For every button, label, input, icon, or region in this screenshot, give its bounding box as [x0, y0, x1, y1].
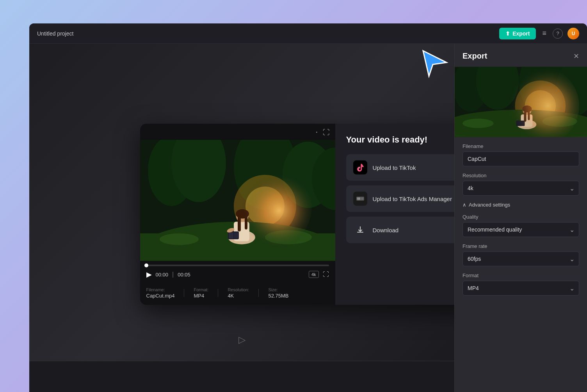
upload-tiktok-button[interactable]: Upload to TikTok ›: [346, 154, 455, 181]
video-actions-panel: Your video is ready! Upload to TikTok ›: [335, 124, 455, 305]
quality-field-label: Quality: [462, 214, 579, 220]
top-bar-actions: ⬆ Export ≡ ? U: [499, 28, 579, 39]
quality-select[interactable]: Recommended quality: [462, 222, 579, 237]
thumbnail-svg: [455, 67, 587, 137]
meta-divider-2: [218, 289, 218, 297]
tiktok-ads-icon: [353, 192, 367, 206]
framerate-field-group: Frame rate 60fps: [462, 243, 579, 266]
video-metadata: Filename: CapCut.mp4 Format: MP4 Resolut…: [140, 283, 335, 305]
meta-filename: Filename: CapCut.mp4: [146, 287, 175, 299]
meta-divider-3: [258, 289, 259, 297]
video-player-panel: ⬝ ⛶: [140, 124, 335, 305]
format-field-label: Format: [462, 273, 579, 278]
menu-button[interactable]: ≡: [541, 28, 548, 39]
advanced-settings-label: Advanced settings: [469, 202, 510, 208]
svg-point-23: [218, 159, 312, 253]
export-button[interactable]: ⬆ Export: [499, 28, 536, 39]
video-ready-dialog: ⬝ ⛶: [140, 124, 455, 305]
format-field-group: Format MP4: [462, 273, 579, 296]
project-title: Untitled project: [37, 30, 73, 37]
timeline-strip: [29, 361, 454, 392]
export-upload-icon: ⬆: [505, 30, 510, 37]
video-controls: ▶ 00:00 | 00:05 4k ⛶: [140, 261, 335, 283]
top-bar: Untitled project ⬆ Export ≡ ? U: [29, 23, 587, 44]
export-panel: Export ✕: [454, 44, 587, 392]
quality-badge: 4k: [309, 271, 319, 278]
framerate-field-label: Frame rate: [462, 243, 579, 249]
export-label: Export: [512, 30, 530, 37]
resolution-select[interactable]: 4k: [462, 181, 579, 196]
size-label: Size:: [268, 287, 288, 292]
video-scene-svg: [140, 140, 335, 261]
upload-tiktok-ads-button[interactable]: Upload to TikTok Ads Manager ›: [346, 185, 455, 212]
resolution-field-label: Resolution: [462, 173, 579, 178]
progress-bar-container[interactable]: [146, 265, 329, 266]
download-icon: [353, 223, 367, 237]
play-button[interactable]: ▶: [146, 270, 152, 279]
download-label: Download: [373, 226, 399, 233]
export-panel-header: Export ✕: [455, 44, 587, 67]
resolution-value: 4K: [228, 293, 249, 299]
time-current: 00:00: [156, 271, 169, 277]
tiktok-ads-logo-icon: [356, 194, 365, 203]
time-total: 00:05: [178, 271, 190, 277]
time-separator: |: [172, 271, 174, 278]
filename-label: Filename:: [146, 287, 175, 292]
quality-field-group: Quality Recommended quality: [462, 214, 579, 237]
meta-size: Size: 52.75MB: [268, 287, 288, 299]
svg-point-26: [361, 198, 363, 200]
framerate-select[interactable]: 60fps: [462, 251, 579, 266]
video-toolbar: ⬝ ⛶: [140, 124, 335, 140]
comment-icon[interactable]: ⬝: [315, 128, 319, 137]
fullscreen-icon[interactable]: ⛶: [323, 128, 330, 137]
fullscreen-button[interactable]: ⛶: [323, 271, 329, 278]
svg-point-36: [462, 119, 494, 128]
video-preview: [140, 140, 335, 261]
progress-dot: [144, 264, 148, 267]
tiktok-icon: [353, 160, 367, 175]
upload-tiktok-label: Upload to TikTok: [373, 164, 416, 171]
chevron-up-icon: ∧: [462, 202, 466, 208]
svg-point-11: [160, 233, 199, 245]
download-button[interactable]: Download ›: [346, 217, 455, 243]
help-button[interactable]: ?: [553, 29, 563, 39]
format-select-wrapper: MP4: [462, 281, 579, 296]
preview-thumbnail: [455, 67, 587, 137]
play-center-button[interactable]: ▷: [238, 334, 245, 345]
filename-value: CapCut.mp4: [146, 293, 175, 299]
filename-field-label: Filename: [462, 143, 579, 149]
main-content: ▷ ⬝ ⛶: [29, 44, 587, 392]
format-label: Format:: [194, 287, 208, 292]
video-ready-title: Your video is ready!: [346, 135, 455, 145]
meta-format: Format: MP4: [194, 287, 208, 299]
controls-row: ▶ 00:00 | 00:05 4k ⛶: [146, 270, 329, 279]
panel-body: Filename Resolution 4k ∧ Advanced settin…: [455, 137, 587, 308]
advanced-settings-toggle[interactable]: ∧ Advanced settings: [462, 202, 579, 208]
resolution-select-wrapper: 4k: [462, 181, 579, 196]
format-value: MP4: [194, 293, 208, 299]
format-select[interactable]: MP4: [462, 281, 579, 296]
export-close-button[interactable]: ✕: [573, 52, 579, 61]
play-center-icon: ▷: [238, 334, 245, 345]
quality-select-wrapper: Recommended quality: [462, 222, 579, 237]
download-arrow-icon: [356, 226, 365, 234]
tiktok-logo-icon: [356, 163, 365, 172]
filename-input[interactable]: [462, 151, 579, 166]
resolution-field-group: Resolution 4k: [462, 173, 579, 196]
size-value: 52.75MB: [268, 293, 288, 299]
meta-resolution: Resolution: 4K: [228, 287, 249, 299]
meta-divider-1: [184, 289, 184, 297]
filename-field-group: Filename: [462, 143, 579, 166]
avatar-button[interactable]: U: [567, 28, 579, 39]
editor-area: ▷ ⬝ ⛶: [29, 44, 454, 392]
app-window: Untitled project ⬆ Export ≡ ? U ▷: [29, 23, 587, 392]
upload-tiktok-ads-label: Upload to TikTok Ads Manager: [373, 195, 452, 202]
svg-rect-25: [357, 198, 360, 200]
resolution-label: Resolution:: [228, 287, 249, 292]
export-panel-title: Export: [462, 52, 487, 61]
framerate-select-wrapper: 60fps: [462, 251, 579, 266]
